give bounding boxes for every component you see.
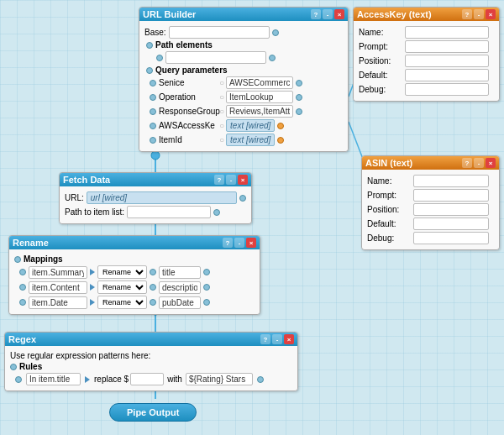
base-label: Base: bbox=[144, 28, 166, 37]
rename-header: Rename ? - × bbox=[9, 236, 260, 249]
regex-in-input[interactable] bbox=[26, 373, 81, 385]
rename-close-icon[interactable]: × bbox=[246, 238, 256, 248]
base-input[interactable]: http://ecs.amazon bbox=[169, 26, 270, 39]
path-input[interactable]: onca/xml bbox=[165, 51, 266, 64]
rules-dot bbox=[10, 364, 17, 370]
access-key-header: AccessKey (text) ? - × bbox=[354, 8, 499, 21]
ak-debug-label: Debug: bbox=[359, 85, 405, 94]
asin-prompt-input[interactable]: ASIN bbox=[413, 189, 489, 202]
awsaccesskey-right-dot bbox=[277, 123, 284, 129]
rename-min-icon[interactable]: - bbox=[234, 238, 244, 248]
asin-prompt-label: Prompt: bbox=[367, 191, 413, 200]
itemid-right-dot bbox=[277, 137, 284, 144]
rename-action-3[interactable]: Rename bbox=[97, 296, 147, 309]
regex-close-icon[interactable]: × bbox=[284, 334, 294, 344]
asin-close-icon[interactable]: × bbox=[486, 158, 496, 168]
asin-body: Name: ASIN Prompt: ASIN Position: numbe.… bbox=[362, 170, 499, 249]
path-elements-dot bbox=[146, 42, 153, 49]
rename-arrow-2 bbox=[90, 284, 95, 291]
rename-title: Rename bbox=[13, 238, 49, 248]
rename-to-1[interactable] bbox=[159, 266, 201, 279]
regex-header: Regex ? - × bbox=[5, 333, 297, 346]
ak-position-input[interactable]: numbe. bbox=[405, 55, 489, 67]
ak-prompt-label: Prompt: bbox=[359, 42, 405, 51]
operation-input[interactable] bbox=[226, 91, 293, 103]
responsegroup-input[interactable] bbox=[226, 105, 293, 118]
path-elements-label: Path elements bbox=[155, 40, 213, 50]
fetch-data-body: URL: url [wired] Path to item list: Item… bbox=[60, 186, 251, 223]
asin-title: ASIN (text) bbox=[365, 158, 412, 168]
access-key-node: AccessKey (text) ? - × Name: AccessKey P… bbox=[353, 7, 500, 102]
asin-debug-input[interactable]: 0321200683 bbox=[413, 232, 489, 244]
rename-arrow-1 bbox=[90, 269, 95, 275]
path-item-input[interactable]: Items.Item.Custor bbox=[127, 206, 211, 218]
regex-min-icon[interactable]: - bbox=[272, 334, 282, 344]
url-builder-title: URL Builder bbox=[143, 9, 196, 19]
awsaccesskey-dot bbox=[150, 123, 156, 129]
mappings-label: Mappings bbox=[24, 254, 63, 264]
ak-name-input[interactable]: AccessKey bbox=[405, 26, 489, 39]
regex-replace-input[interactable] bbox=[130, 373, 164, 385]
url-builder-close-icon[interactable]: × bbox=[334, 9, 344, 19]
url-builder-node: URL Builder ? - × Base: http://ecs.amazo… bbox=[139, 7, 349, 152]
access-key-help-icon[interactable]: ? bbox=[462, 9, 472, 19]
url-builder-header: URL Builder ? - × bbox=[139, 8, 348, 21]
regex-row-dot bbox=[15, 376, 22, 383]
regex-right-dot bbox=[257, 376, 264, 383]
base-connector bbox=[272, 29, 279, 36]
rename-body: Mappings Rename Rename Rename bbox=[9, 249, 260, 314]
regex-body: Use regular expression patterns here: Ru… bbox=[5, 346, 297, 390]
asin-name-input[interactable]: ASIN bbox=[413, 175, 489, 187]
senice-right-dot bbox=[296, 80, 302, 86]
senice-dot bbox=[150, 80, 156, 86]
asin-name-label: Name: bbox=[367, 176, 413, 186]
operation-label: Operation bbox=[159, 92, 218, 102]
rename-row2-dot bbox=[19, 284, 26, 291]
asin-help-icon[interactable]: ? bbox=[462, 158, 472, 168]
asin-position-input[interactable]: numbe. bbox=[413, 203, 489, 216]
asin-default-input[interactable]: 0321200683 bbox=[413, 218, 489, 230]
asin-debug-label: Debug: bbox=[367, 233, 413, 243]
access-key-min-icon[interactable]: - bbox=[474, 9, 484, 19]
url-builder-help-icon[interactable]: ? bbox=[311, 9, 321, 19]
fetch-data-min-icon[interactable]: - bbox=[226, 175, 236, 185]
regex-arrow bbox=[85, 376, 90, 383]
senice-label: Senice bbox=[159, 78, 218, 87]
rename-action-dot-1 bbox=[150, 269, 156, 275]
awsaccesskey-wired: text [wired] bbox=[226, 119, 275, 132]
ak-default-input[interactable] bbox=[405, 69, 489, 81]
path-item-label: Path to item list: bbox=[65, 207, 124, 217]
rename-to-3[interactable] bbox=[159, 296, 201, 309]
regex-replace-label: replace $ bbox=[94, 375, 129, 384]
mappings-dot bbox=[14, 256, 21, 263]
responsegroup-right-dot bbox=[296, 108, 302, 115]
rename-from-1[interactable] bbox=[29, 266, 87, 279]
rename-from-2[interactable] bbox=[29, 281, 87, 294]
fetch-data-close-icon[interactable]: × bbox=[238, 175, 248, 185]
itemid-wired: text [wired] bbox=[226, 134, 275, 146]
rename-arrow-3 bbox=[90, 299, 95, 306]
regex-help-icon[interactable]: ? bbox=[260, 334, 270, 344]
regex-with-input[interactable] bbox=[186, 373, 253, 385]
url-builder-body: Base: http://ecs.amazon Path elements on… bbox=[139, 21, 348, 151]
rename-to-2[interactable] bbox=[159, 281, 201, 294]
asin-min-icon[interactable]: - bbox=[474, 158, 484, 168]
rename-action-1[interactable]: Rename bbox=[97, 265, 147, 279]
awsaccesskey-label: AWSAccessKe bbox=[159, 121, 218, 130]
rename-help-icon[interactable]: ? bbox=[223, 238, 233, 248]
operation-right-dot bbox=[296, 94, 302, 101]
rename-row1-right bbox=[203, 269, 210, 275]
ak-prompt-input[interactable]: AccessKey bbox=[405, 40, 489, 53]
fetch-data-help-icon[interactable]: ? bbox=[214, 175, 224, 185]
senice-input[interactable] bbox=[226, 76, 293, 89]
url-builder-min-icon[interactable]: - bbox=[323, 9, 333, 19]
rename-action-dot-2 bbox=[150, 284, 156, 291]
ak-debug-input[interactable] bbox=[405, 83, 489, 96]
rename-action-2[interactable]: Rename bbox=[97, 280, 147, 294]
rename-from-3[interactable] bbox=[29, 296, 87, 309]
query-params-dot bbox=[146, 67, 153, 74]
asin-position-label: Position: bbox=[367, 205, 413, 214]
access-key-close-icon[interactable]: × bbox=[486, 9, 496, 19]
asin-default-label: Default: bbox=[367, 219, 413, 228]
responsegroup-dot bbox=[150, 108, 156, 115]
